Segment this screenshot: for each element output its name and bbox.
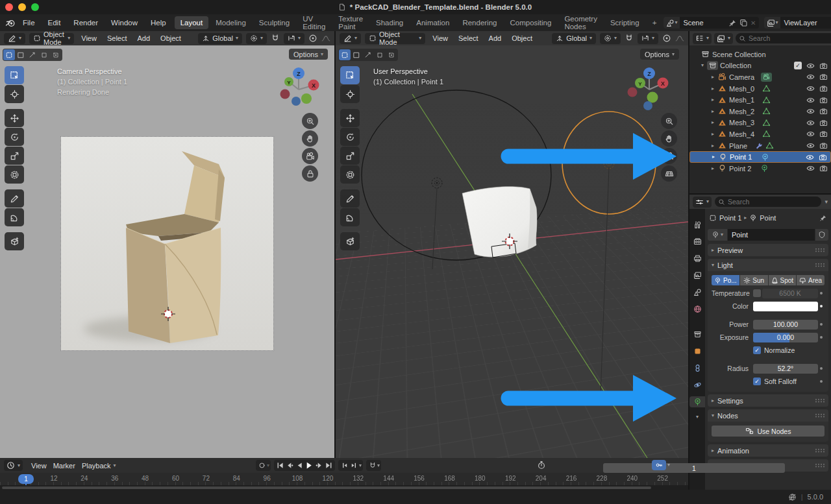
panel-drag-handle[interactable]: [815, 263, 825, 267]
stopwatch-icon[interactable]: [537, 461, 546, 470]
expand-icon[interactable]: ▾: [699, 63, 706, 68]
workspace-tab-rendering[interactable]: Rendering: [456, 16, 502, 29]
pin-id-icon[interactable]: [819, 214, 827, 222]
menu-add[interactable]: Add: [486, 33, 505, 43]
render-visibility-icon[interactable]: [819, 141, 828, 150]
next-keyframe-button[interactable]: [314, 461, 324, 470]
expand-icon[interactable]: ▸: [709, 120, 717, 125]
normalize-checkbox[interactable]: ✓: [753, 346, 761, 354]
viewport-user[interactable]: Options▾ User Perspective (1) Collection…: [336, 45, 688, 458]
tab-view-layer[interactable]: [691, 270, 704, 281]
scene-name-field[interactable]: Scene ✕: [680, 17, 759, 29]
tool-add-primitive-button[interactable]: [340, 232, 360, 250]
hide-eye-icon[interactable]: [806, 141, 815, 150]
panel-drag-handle[interactable]: [815, 398, 825, 403]
tool-select-box-button[interactable]: [340, 66, 360, 84]
animate-dot[interactable]: [818, 305, 825, 307]
soft-falloff-checkbox[interactable]: ✓: [753, 378, 761, 385]
light-type-spot-button[interactable]: Spot: [769, 275, 797, 285]
zoom-view-button[interactable]: [302, 113, 318, 129]
animate-dot[interactable]: [818, 367, 825, 370]
network-offline-icon[interactable]: [788, 493, 797, 501]
outliner-row-mesh1[interactable]: ▸ Mesh_1: [689, 94, 831, 106]
animate-dot[interactable]: [818, 380, 825, 383]
timeline-menu-playback[interactable]: Playback▾: [79, 461, 119, 471]
expand-icon[interactable]: ▸: [710, 154, 717, 160]
new-scene-icon[interactable]: [739, 19, 748, 27]
select-lasso-button[interactable]: [38, 49, 50, 60]
menu-select[interactable]: Select: [104, 33, 130, 43]
tab-object[interactable]: [691, 346, 704, 357]
editor-type-button[interactable]: ▾: [340, 33, 361, 44]
hide-eye-icon[interactable]: [806, 62, 815, 70]
menu-help[interactable]: Help: [145, 17, 172, 29]
tool-scale-button[interactable]: [340, 147, 360, 165]
menu-object[interactable]: Object: [157, 33, 184, 43]
menu-window[interactable]: Window: [105, 17, 143, 29]
light-type-sun-button[interactable]: Sun: [740, 275, 768, 285]
minimize-window-button[interactable]: [18, 3, 26, 11]
viewport-options-dropdown[interactable]: Options▾: [640, 49, 679, 60]
tool-transform-button[interactable]: [340, 165, 360, 184]
outliner-row-point1-selected[interactable]: ▸ Point 1: [689, 151, 831, 163]
hide-eye-icon[interactable]: [806, 153, 814, 162]
tab-tool[interactable]: [691, 219, 704, 230]
tool-cursor-button[interactable]: [5, 85, 24, 103]
panel-light-header[interactable]: ▾ Light: [708, 259, 828, 271]
collection-checkbox[interactable]: ✓: [794, 62, 802, 69]
workspace-tab-layout[interactable]: Layout: [175, 16, 209, 29]
select-box-button[interactable]: [351, 49, 362, 60]
scene-type-button[interactable]: ▾: [664, 17, 680, 29]
panel-drag-handle[interactable]: [815, 448, 825, 453]
camera-data-icon[interactable]: [761, 73, 772, 82]
menu-object[interactable]: Object: [508, 33, 536, 43]
pan-view-button[interactable]: [661, 130, 677, 147]
fake-user-shield-button[interactable]: [815, 229, 828, 241]
hide-eye-icon[interactable]: [806, 107, 815, 115]
snap-magnet-icon[interactable]: [271, 34, 280, 43]
menu-add[interactable]: Add: [134, 33, 154, 43]
menu-view[interactable]: View: [429, 33, 451, 43]
use-nodes-button[interactable]: Use Nodes: [712, 426, 825, 437]
proportional-falloff-icon[interactable]: [321, 34, 330, 43]
outliner-row-plane[interactable]: ▸ Plane: [689, 140, 831, 152]
light-type-area-button[interactable]: Area: [797, 275, 825, 285]
hide-eye-icon[interactable]: [806, 84, 815, 93]
outliner-row-mesh3[interactable]: ▸ Mesh_3: [689, 117, 831, 129]
outliner-row-mesh0[interactable]: ▸ Mesh_0: [689, 83, 831, 95]
select-box-button[interactable]: [15, 49, 27, 60]
viewlayer-name-field[interactable]: ViewLayer ✕: [780, 17, 831, 29]
tool-add-primitive-button[interactable]: [5, 232, 24, 250]
tool-cursor-button[interactable]: [340, 85, 360, 103]
breadcrumb-object[interactable]: Point 1: [719, 214, 741, 222]
timeline-ruler[interactable]: 1 11224364860728496108120132144156168180…: [0, 473, 688, 485]
tool-rotate-button[interactable]: [5, 128, 24, 146]
timeline-menu-view[interactable]: View: [28, 461, 50, 471]
navigation-gizmo[interactable]: Z X Y: [275, 64, 323, 112]
menu-file[interactable]: File: [17, 17, 41, 29]
tool-annotate-button[interactable]: [340, 189, 360, 208]
select-paint-button[interactable]: [50, 49, 62, 60]
perspective-toggle-button[interactable]: [661, 165, 677, 182]
tool-select-box-button[interactable]: [5, 66, 24, 84]
tool-scale-button[interactable]: [5, 147, 24, 165]
tab-render[interactable]: [691, 236, 704, 247]
panel-drag-handle[interactable]: [815, 248, 825, 252]
tool-measure-button[interactable]: [340, 208, 360, 226]
select-lasso-button[interactable]: [374, 49, 386, 60]
tab-scene[interactable]: [691, 287, 704, 298]
temperature-checkbox[interactable]: [753, 289, 761, 297]
tool-transform-button[interactable]: [5, 165, 24, 184]
render-visibility-icon[interactable]: [819, 96, 828, 104]
blender-logo-icon[interactable]: [5, 18, 16, 28]
tab-constraints[interactable]: [691, 363, 704, 374]
menu-select[interactable]: Select: [455, 33, 482, 43]
menu-edit[interactable]: Edit: [42, 17, 67, 29]
select-circle-button[interactable]: [362, 49, 374, 60]
autokey-chevron-icon[interactable]: ▾: [377, 463, 380, 468]
panel-nodes-header[interactable]: ▾ Nodes: [708, 409, 828, 422]
play-reverse-button[interactable]: [295, 461, 304, 470]
record-button[interactable]: [257, 461, 267, 470]
current-frame-field[interactable]: 1: [603, 463, 786, 473]
viewport-options-dropdown[interactable]: Options▾: [289, 49, 328, 60]
